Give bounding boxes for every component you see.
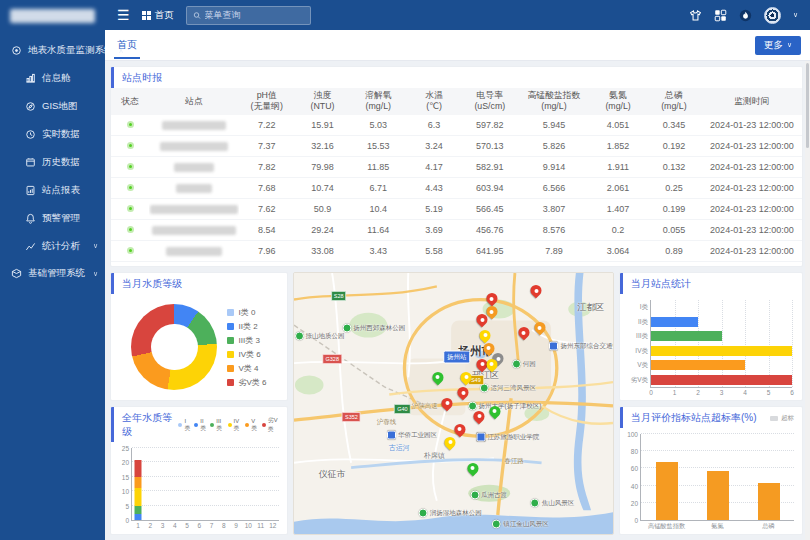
bar xyxy=(651,360,745,370)
map-poi[interactable]: 何园 xyxy=(512,360,536,369)
road-number-badge: G40 xyxy=(394,404,410,414)
station-map-pin-red[interactable] xyxy=(442,398,453,409)
map-poi[interactable]: 扬州大学(扬子津校区) xyxy=(468,402,542,411)
map-poi[interactable]: 扬州站 xyxy=(443,350,471,363)
table-row[interactable]: 7.2215.915.036.3597.825.9454.0510.345202… xyxy=(111,115,802,136)
sidebar-item-信息舱[interactable]: 信息舱 xyxy=(0,64,105,92)
flame-icon[interactable] xyxy=(739,9,752,22)
gis-map[interactable]: 扬州市邗江区江都区仪征市朴席镇古运河沪陕高速沪蓉线春江路扬州西郊森林公园捺山地质… xyxy=(293,272,614,535)
tab-home[interactable]: 首页 xyxy=(114,31,140,59)
station-map-pin-orange[interactable] xyxy=(483,343,494,354)
caret-down-icon[interactable]: ∨ xyxy=(793,11,798,19)
table-row[interactable]: 7.6250.910.45.19566.453.8071.4070.199202… xyxy=(111,199,802,220)
station-map-pin-red[interactable] xyxy=(458,387,469,398)
legend-item[interactable]: I类 0 xyxy=(227,307,266,318)
sidebar-item-统计分析[interactable]: 统计分析∨ xyxy=(0,232,105,260)
table-cell: 2.061 xyxy=(590,178,646,199)
station-map-pin-red[interactable] xyxy=(531,285,542,296)
map-poi[interactable]: 瓜洲古渡 xyxy=(470,490,507,499)
panel-title: 当月水质等级 xyxy=(111,273,287,294)
home-link[interactable]: 首页 xyxy=(142,9,174,22)
map-poi[interactable]: 润扬湿地森林公园 xyxy=(419,509,482,518)
page-scrollbar[interactable] xyxy=(805,61,810,540)
station-map-pin-green[interactable] xyxy=(489,406,500,417)
table-cell: 641.95 xyxy=(462,241,518,262)
station-map-pin-yellow[interactable] xyxy=(486,359,497,370)
station-map-pin-yellow[interactable] xyxy=(480,330,491,341)
table-row[interactable]: 7.9633.083.435.58641.957.893.0640.892024… xyxy=(111,241,802,262)
station-map-pin-green[interactable] xyxy=(467,463,478,474)
table-cell: 0.25 xyxy=(646,178,702,199)
table-cell: 32.16 xyxy=(295,136,351,157)
table-cell: 5.826 xyxy=(518,136,591,157)
column-header: 浊度(NTU) xyxy=(295,88,351,115)
legend-item[interactable]: V类 xyxy=(245,416,258,434)
map-poi[interactable]: 焦山风景区 xyxy=(531,498,575,507)
table-cell: 7.96 xyxy=(239,241,295,262)
station-map-pin-green[interactable] xyxy=(432,372,443,383)
legend-item[interactable]: II类 2 xyxy=(227,321,266,332)
station-map-pin-yellow[interactable] xyxy=(445,437,456,448)
sidebar-section-monitor-system[interactable]: 地表水质量监测系统 ∧ xyxy=(0,37,105,64)
table-row[interactable]: 7.3732.1615.533.24570.135.8261.8520.1922… xyxy=(111,136,802,157)
table-cell: 7.62 xyxy=(239,199,295,220)
sidebar-item-历史数据[interactable]: 历史数据 xyxy=(0,148,105,176)
map-poi[interactable]: 华侨工业园区 xyxy=(387,430,437,439)
station-map-pin-red[interactable] xyxy=(477,314,488,325)
sidebar-item-GIS地图[interactable]: GIS地图 xyxy=(0,92,105,120)
legend-item[interactable]: II类 xyxy=(194,416,206,434)
station-name-redacted xyxy=(174,163,214,172)
status-dot xyxy=(127,142,134,149)
table-row[interactable]: 8.5429.2411.643.69456.768.5760.20.055202… xyxy=(111,220,802,241)
legend-item[interactable]: I类 xyxy=(178,416,190,434)
station-table: 状态站点pH值(无量纲)浊度(NTU)溶解氧(mg/L)水温(℃)电导率(uS/… xyxy=(111,88,802,262)
legend-item[interactable]: IV类 xyxy=(228,416,242,434)
menu-search[interactable] xyxy=(186,6,311,25)
chevron-down-icon: ∨ xyxy=(93,242,98,250)
status-dot xyxy=(127,184,134,191)
station-name-redacted xyxy=(176,184,212,193)
table-cell: 603.94 xyxy=(462,178,518,199)
legend-item[interactable]: V类 4 xyxy=(227,363,266,374)
map-poi[interactable]: 扬州西郊森林公园 xyxy=(342,323,405,332)
legend-item[interactable]: 劣V类 xyxy=(262,416,279,434)
legend-item[interactable]: III类 xyxy=(210,416,223,434)
hbar-chart: 0123456I类II类III类IV类V类劣V类 xyxy=(626,300,792,388)
status-dot xyxy=(127,226,134,233)
monthly-station-stats-panel: 当月站点统计 0123456I类II类III类IV类V类劣V类 xyxy=(619,272,803,401)
station-map-pin-red[interactable] xyxy=(454,424,465,435)
legend-item[interactable]: III类 3 xyxy=(227,335,266,346)
station-map-pin-orange[interactable] xyxy=(534,322,545,333)
legend-item[interactable]: IV类 6 xyxy=(227,349,266,360)
column-header: 监测时间 xyxy=(702,88,802,115)
map-poi[interactable]: 扬州东部综合交通中心 xyxy=(549,342,614,351)
more-button[interactable]: 更多 ∨ xyxy=(755,36,801,55)
menu-icon[interactable]: ☰ xyxy=(117,8,130,22)
sidebar-item-预警管理[interactable]: 预警管理 xyxy=(0,204,105,232)
station-map-pin-red[interactable] xyxy=(486,293,497,304)
station-map-pin-orange[interactable] xyxy=(486,306,497,317)
dashboard-content: 站点时报 状态站点pH值(无量纲)浊度(NTU)溶解氧(mg/L)水温(℃)电导… xyxy=(105,61,810,540)
map-poi[interactable]: 镇江金山风景区 xyxy=(492,519,549,528)
map-poi[interactable]: 运河三湾风景区 xyxy=(479,383,536,392)
avatar[interactable] xyxy=(764,7,781,24)
station-map-pin-yellow[interactable] xyxy=(461,372,472,383)
table-row[interactable]: 7.8279.9811.854.17582.919.9141.9110.1322… xyxy=(111,157,802,178)
screens-icon[interactable] xyxy=(714,9,727,22)
sidebar-section-base-system[interactable]: 基础管理系统 ∨ xyxy=(0,260,105,287)
sidebar-section-label: 地表水质量监测系统 xyxy=(28,44,114,57)
map-poi[interactable]: 捺山地质公园 xyxy=(295,331,345,340)
table-cell: 2024-01-23 12:00:00 xyxy=(702,199,802,220)
map-poi[interactable]: 江苏旅游职业学院 xyxy=(476,433,539,442)
station-map-pin-red[interactable] xyxy=(474,411,485,422)
search-input[interactable] xyxy=(205,10,304,20)
table-row[interactable]: 7.6810.746.714.43603.946.5662.0610.25202… xyxy=(111,178,802,199)
station-map-pin-red[interactable] xyxy=(518,327,529,338)
sidebar-item-站点报表[interactable]: 站点报表 xyxy=(0,176,105,204)
table-cell: 6.3 xyxy=(406,115,462,136)
table-cell: 9.914 xyxy=(518,157,591,178)
table-cell: 570.13 xyxy=(462,136,518,157)
legend-item[interactable]: 劣V类 6 xyxy=(227,377,266,388)
sidebar-item-实时数据[interactable]: 实时数据 xyxy=(0,120,105,148)
theme-icon[interactable] xyxy=(689,9,702,22)
